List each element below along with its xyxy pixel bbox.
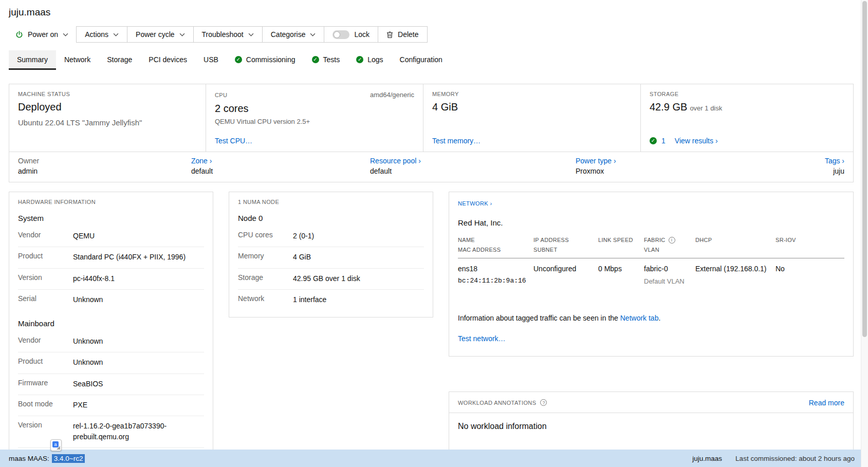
hardware-row: ProductUnknown bbox=[18, 352, 204, 373]
power-type-link[interactable]: Power type › bbox=[576, 157, 616, 165]
chevron-down-icon bbox=[248, 33, 254, 36]
storage-label: STORAGE bbox=[650, 91, 844, 97]
power-cycle-dropdown[interactable]: Power cycle bbox=[127, 27, 193, 42]
hardware-row-value: SeaBIOS bbox=[73, 379, 204, 389]
hardware-information-panel: HARDWARE INFORMATION SystemVendorQEMUPro… bbox=[9, 192, 213, 467]
hardware-row: Boot modePXE bbox=[18, 395, 204, 416]
tab-usb[interactable]: USB bbox=[195, 50, 227, 70]
lock-toggle[interactable]: Lock bbox=[324, 27, 378, 42]
memory-cell: MEMORY 4 GiB Test memory… bbox=[423, 84, 640, 152]
zone-value: default bbox=[191, 167, 370, 175]
numa-row: Network1 interface bbox=[238, 290, 424, 310]
memory-value: 4 GiB bbox=[432, 101, 632, 113]
troubleshoot-dropdown[interactable]: Troubleshoot bbox=[194, 27, 263, 42]
tab-label: Tests bbox=[323, 55, 340, 64]
tab-network[interactable]: Network bbox=[56, 50, 99, 70]
workload-annotations-panel: WORKLOAD ANNOTATIONS ? Read more No work… bbox=[449, 391, 854, 451]
os-release: Ubuntu 22.04 LTS "Jammy Jellyfish" bbox=[18, 118, 197, 127]
sriov-cell: No bbox=[775, 265, 844, 285]
read-more-link[interactable]: Read more bbox=[809, 399, 844, 407]
numa-rows: CPU cores2 (0-1)Memory4 GiBStorage42.95 … bbox=[238, 226, 424, 310]
network-table-row: ens18 bc:24:11:2b:9a:16 Unconfigured 0 M… bbox=[458, 258, 844, 286]
machine-tabs: SummaryNetworkStoragePCI devicesUSB✓Comm… bbox=[9, 50, 854, 70]
right-column: NETWORK › Red Hat, Inc. NAME MAC ADDRESS… bbox=[449, 192, 854, 451]
zone-column: Zone › default bbox=[191, 157, 370, 175]
interface-name-cell: ens18 bc:24:11:2b:9a:16 bbox=[458, 265, 533, 285]
hardware-row: SerialUnknown bbox=[18, 290, 204, 310]
power-cycle-label: Power cycle bbox=[136, 30, 174, 39]
col-header-link-speed: LINK SPEED bbox=[598, 235, 644, 258]
tab-storage[interactable]: Storage bbox=[99, 50, 140, 70]
power-on-button[interactable]: Power on bbox=[9, 26, 75, 43]
status-bar: maas MAAS: 3.4.0~rc2 juju.maas Last comm… bbox=[0, 450, 868, 467]
machine-meta-row: Owner admin Zone › default Resource pool… bbox=[9, 152, 853, 182]
owner-label: Owner bbox=[18, 157, 191, 165]
scrollbar-thumb[interactable] bbox=[862, 1, 867, 337]
chevron-down-icon bbox=[310, 33, 316, 36]
test-cpu-link[interactable]: Test CPU… bbox=[215, 137, 252, 145]
test-memory-link[interactable]: Test memory… bbox=[432, 137, 481, 145]
workload-empty-message: No workload information bbox=[458, 422, 844, 451]
overview-top-row: MACHINE STATUS Deployed Ubuntu 22.04 LTS… bbox=[9, 84, 853, 152]
translate-extension-icon[interactable]: a bbox=[50, 439, 62, 451]
tab-commissioning[interactable]: ✓Commissioning bbox=[227, 50, 304, 70]
hardware-row-label: Version bbox=[18, 273, 73, 284]
view-results-link[interactable]: View results › bbox=[675, 137, 718, 145]
info-icon[interactable]: i bbox=[669, 237, 675, 244]
machine-status-value: Deployed bbox=[18, 101, 197, 113]
power-icon bbox=[15, 31, 23, 39]
storage-tests-count[interactable]: 1 bbox=[661, 137, 666, 145]
categorise-dropdown[interactable]: Categorise bbox=[263, 27, 325, 42]
hardware-row: VendorUnknown bbox=[18, 331, 204, 352]
tab-label: Summary bbox=[17, 55, 48, 64]
network-table-header: NAME MAC ADDRESS IP ADDRESS SUBNET LINK … bbox=[458, 235, 844, 258]
tab-configuration[interactable]: Configuration bbox=[392, 50, 451, 70]
cpu-model: QEMU Virtual CPU version 2.5+ bbox=[215, 118, 414, 125]
hardware-row: FirmwareSeaBIOS bbox=[18, 374, 204, 395]
cpu-label: CPU bbox=[215, 92, 227, 98]
hardware-section-heading: Mainboard bbox=[18, 319, 204, 331]
tab-logs[interactable]: ✓Logs bbox=[348, 50, 391, 70]
hardware-row-label: Version bbox=[18, 421, 73, 442]
col-header-ip: IP ADDRESS SUBNET bbox=[533, 235, 598, 258]
numa-row-label: Memory bbox=[238, 252, 293, 262]
tags-link[interactable]: Tags › bbox=[825, 157, 844, 165]
tab-label: Commissioning bbox=[246, 55, 296, 64]
hardware-row-label: Boot mode bbox=[18, 400, 73, 410]
numa-node-panel: 1 NUMA NODE Node 0 CPU cores2 (0-1)Memor… bbox=[229, 192, 433, 317]
delete-button[interactable]: Delete bbox=[378, 27, 427, 42]
numa-title: 1 NUMA NODE bbox=[238, 199, 424, 205]
action-toolbar: Power on Actions Power cycle Troubleshoo… bbox=[9, 26, 854, 43]
maas-version-label: maas MAAS: bbox=[9, 455, 49, 462]
link-speed-cell: 0 Mbps bbox=[598, 265, 644, 285]
detail-panels-grid: HARDWARE INFORMATION SystemVendorQEMUPro… bbox=[9, 192, 854, 467]
workload-header: WORKLOAD ANNOTATIONS ? Read more bbox=[458, 399, 844, 407]
zone-link[interactable]: Zone › bbox=[191, 157, 370, 165]
lock-toggle-switch[interactable] bbox=[333, 30, 349, 39]
tab-label: USB bbox=[204, 55, 218, 64]
hardware-row-value: Unknown bbox=[73, 357, 204, 367]
tab-tests[interactable]: ✓Tests bbox=[304, 50, 348, 70]
numa-row-value: 42.95 GB over 1 disk bbox=[293, 273, 424, 284]
help-icon[interactable]: ? bbox=[540, 399, 547, 406]
hardware-row-value: rel-1.16.2-0-gea1b7a073390-prebuilt.qemu… bbox=[73, 421, 204, 442]
resource-pool-link[interactable]: Resource pool › bbox=[370, 157, 576, 165]
hardware-row-value: Standard PC (i440FX + PIIX, 1996) bbox=[73, 252, 204, 262]
hardware-row-value: pc-i440fx-8.1 bbox=[73, 273, 204, 284]
network-tab-link[interactable]: Network tab bbox=[620, 314, 659, 322]
hardware-row-label: Serial bbox=[18, 294, 73, 305]
hardware-row: Versionpc-i440fx-8.1 bbox=[18, 269, 204, 290]
network-section-link[interactable]: NETWORK › bbox=[458, 200, 492, 207]
machine-actions-group: Actions Power cycle Troubleshoot Categor… bbox=[76, 26, 427, 43]
numa-row: Storage42.95 GB over 1 disk bbox=[238, 269, 424, 290]
owner-value: admin bbox=[18, 167, 191, 175]
page-title: juju.maas bbox=[9, 0, 854, 18]
actions-dropdown[interactable]: Actions bbox=[77, 27, 127, 42]
cpu-architecture: amd64/generic bbox=[370, 91, 414, 99]
tab-summary[interactable]: Summary bbox=[9, 50, 56, 70]
hardware-information-title: HARDWARE INFORMATION bbox=[18, 199, 204, 205]
vertical-scrollbar[interactable] bbox=[861, 0, 868, 467]
last-commissioned: Last commissioned: about 2 hours ago bbox=[735, 455, 855, 462]
tab-pci-devices[interactable]: PCI devices bbox=[140, 50, 195, 70]
test-network-link[interactable]: Test network… bbox=[458, 334, 506, 343]
